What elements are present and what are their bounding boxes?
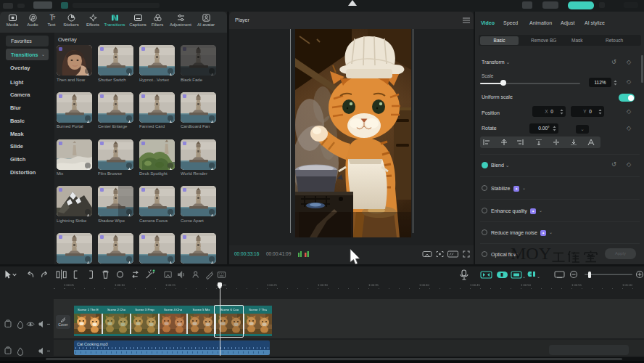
svg-text:T: T [52,15,55,20]
svg-text:⌄: ⌄ [537,274,540,279]
svg-text:⌄: ⌄ [522,274,526,279]
